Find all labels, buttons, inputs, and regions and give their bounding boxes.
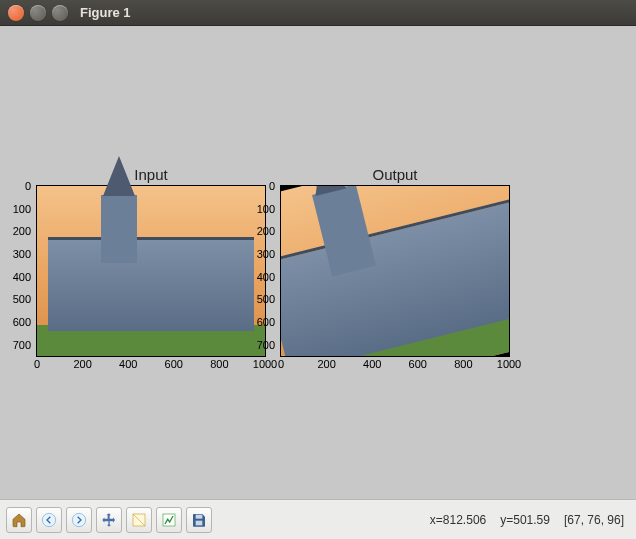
arrow-left-icon	[41, 512, 57, 528]
y-ticks: 0 100 200 300 400 500 600 700	[239, 186, 279, 356]
svg-point-1	[72, 513, 85, 526]
window-titlebar: Figure 1	[0, 0, 636, 26]
y-tick: 200	[257, 225, 275, 237]
home-icon	[11, 512, 27, 528]
mpl-toolbar: x=812.506 y=501.59 [67, 76, 96]	[0, 499, 636, 539]
minimize-icon[interactable]	[30, 5, 46, 21]
x-tick: 0	[278, 358, 284, 370]
subplot-row: Input 0 100 200 300 400 500 600 700	[36, 166, 510, 357]
image-tower	[101, 195, 137, 263]
configure-icon	[161, 512, 177, 528]
y-tick: 0	[25, 180, 31, 192]
status-x: x=812.506	[430, 513, 486, 527]
x-tick: 400	[119, 358, 137, 370]
x-ticks: 0 200 400 600 800 1000	[281, 358, 509, 374]
y-tick: 700	[257, 339, 275, 351]
y-tick: 500	[257, 293, 275, 305]
x-ticks: 0 200 400 600 800 1000	[37, 358, 265, 374]
y-tick: 400	[13, 271, 31, 283]
y-ticks: 0 100 200 300 400 500 600 700	[0, 186, 35, 356]
x-tick: 1000	[497, 358, 521, 370]
subplots-button[interactable]	[156, 507, 182, 533]
x-tick: 800	[454, 358, 472, 370]
x-tick: 1000	[253, 358, 277, 370]
arrow-right-icon	[71, 512, 87, 528]
subplot-output: Output 0 100 200 300 400	[280, 166, 510, 357]
figure-canvas[interactable]: Input 0 100 200 300 400 500 600 700	[0, 26, 636, 499]
y-tick: 100	[257, 203, 275, 215]
status-bar: x=812.506 y=501.59 [67, 76, 96]	[430, 513, 630, 527]
zoom-icon	[131, 512, 147, 528]
svg-rect-5	[196, 520, 203, 525]
status-y: y=501.59	[500, 513, 550, 527]
status-pixel: [67, 76, 96]	[564, 513, 624, 527]
x-tick: 600	[409, 358, 427, 370]
zoom-button[interactable]	[126, 507, 152, 533]
y-tick: 700	[13, 339, 31, 351]
y-tick: 600	[13, 316, 31, 328]
x-tick: 200	[317, 358, 335, 370]
home-button[interactable]	[6, 507, 32, 533]
subplot-title: Input	[36, 166, 266, 183]
window-title: Figure 1	[80, 5, 131, 20]
y-tick: 600	[257, 316, 275, 328]
close-icon[interactable]	[8, 5, 24, 21]
y-tick: 300	[257, 248, 275, 260]
y-tick: 0	[269, 180, 275, 192]
subplot-input: Input 0 100 200 300 400 500 600 700	[36, 166, 266, 357]
back-button[interactable]	[36, 507, 62, 533]
image-spire	[103, 156, 135, 196]
y-tick: 400	[257, 271, 275, 283]
maximize-icon[interactable]	[52, 5, 68, 21]
axes-output[interactable]: 0 100 200 300 400 500 600 700 0 200 400 …	[280, 185, 510, 357]
svg-rect-4	[196, 514, 203, 518]
rotated-image-wrap	[281, 186, 509, 356]
x-tick: 200	[73, 358, 91, 370]
subplot-title: Output	[280, 166, 510, 183]
pan-button[interactable]	[96, 507, 122, 533]
x-tick: 0	[34, 358, 40, 370]
save-button[interactable]	[186, 507, 212, 533]
y-tick: 300	[13, 248, 31, 260]
x-tick: 600	[165, 358, 183, 370]
forward-button[interactable]	[66, 507, 92, 533]
axes-input[interactable]: 0 100 200 300 400 500 600 700 0 200 400 …	[36, 185, 266, 357]
image-building	[48, 237, 253, 331]
x-tick: 800	[210, 358, 228, 370]
rotated-image	[281, 186, 509, 356]
move-icon	[101, 512, 117, 528]
save-icon	[191, 512, 207, 528]
x-tick: 400	[363, 358, 381, 370]
y-tick: 200	[13, 225, 31, 237]
svg-point-0	[42, 513, 55, 526]
y-tick: 100	[13, 203, 31, 215]
y-tick: 500	[13, 293, 31, 305]
